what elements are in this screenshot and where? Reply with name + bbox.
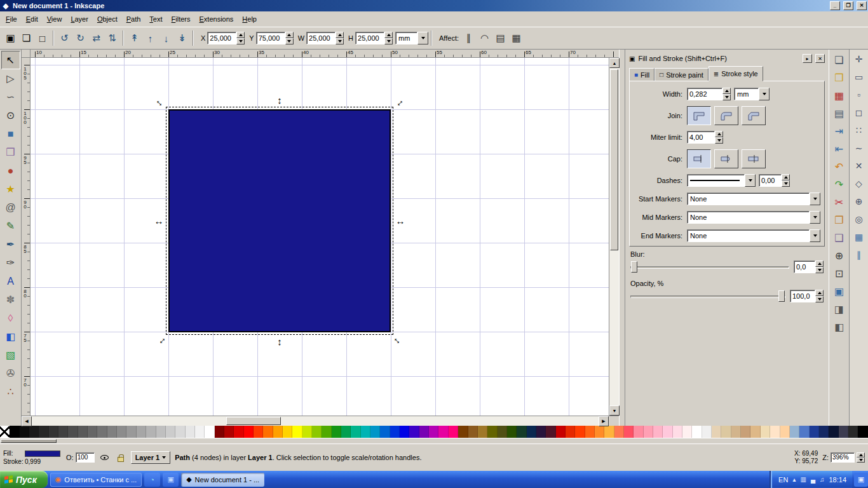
minimize-button[interactable]: _	[830, 1, 840, 10]
dock-resize-gutter[interactable]	[619, 50, 625, 426]
stroke-width-spin[interactable]	[722, 88, 731, 100]
import-icon[interactable]: ⇥	[831, 123, 848, 139]
palette-swatch[interactable]	[332, 426, 341, 438]
palette-swatch[interactable]	[478, 426, 487, 438]
palette-swatch[interactable]	[254, 426, 263, 438]
palette-swatch[interactable]	[156, 426, 166, 438]
blur-slider-thumb[interactable]	[631, 261, 637, 273]
dash-offset-input[interactable]	[759, 174, 782, 187]
affect-pattern-icon[interactable]: ▦	[508, 30, 524, 46]
export-icon[interactable]: ⇤	[831, 140, 848, 157]
x-input[interactable]	[207, 32, 236, 44]
snap-midpoints-icon[interactable]: ⊕	[851, 194, 867, 209]
palette-swatch[interactable]	[770, 426, 780, 438]
horizontal-ruler[interactable]: 10152025303540455055606570	[31, 50, 619, 58]
restore-button[interactable]: ❐	[843, 1, 853, 10]
units-dropdown[interactable]: mm	[395, 32, 428, 44]
palette-swatch[interactable]	[595, 426, 604, 438]
opacity-spin[interactable]	[815, 290, 824, 302]
rotate-ccw-icon[interactable]: ↺	[57, 30, 72, 46]
palette-swatch[interactable]	[653, 426, 663, 438]
clone-icon[interactable]: ◨	[831, 301, 848, 317]
calligraphy-tool[interactable]: ✑	[1, 254, 20, 272]
affect-corners-icon[interactable]: ◠	[477, 30, 492, 46]
palette-scroll-thumb[interactable]	[1, 439, 57, 443]
selection-handle-bottom-right[interactable]: ↔	[390, 331, 406, 347]
text-tool[interactable]: A	[1, 272, 20, 290]
palette-swatch[interactable]	[117, 426, 126, 438]
palette-swatch[interactable]	[819, 426, 829, 438]
deselect-icon[interactable]: □	[34, 30, 50, 46]
palette-swatch[interactable]	[175, 426, 185, 438]
taskbar-mini-button-1[interactable]: ◔	[144, 473, 160, 487]
palette-swatch[interactable]	[702, 426, 712, 438]
flip-horizontal-icon[interactable]: ⇄	[88, 30, 104, 46]
y-spin-buttons[interactable]	[285, 32, 294, 44]
palette-swatch[interactable]	[361, 426, 370, 438]
palette-swatch[interactable]	[799, 426, 809, 438]
palette-swatch[interactable]	[624, 426, 634, 438]
h-spin-buttons[interactable]	[384, 32, 393, 44]
zoom-drawing-icon[interactable]: ⊕	[831, 247, 848, 264]
palette-swatch[interactable]	[614, 426, 624, 438]
snap-bbox-icon[interactable]: ▭	[851, 69, 867, 85]
menu-help[interactable]: Help	[238, 13, 261, 25]
palette-none-swatch[interactable]	[0, 426, 10, 438]
start-markers-dropdown[interactable]: None	[687, 193, 820, 205]
palette-swatch[interactable]	[858, 426, 867, 438]
rectangle-tool[interactable]: ■	[1, 125, 20, 143]
fill-color-swatch[interactable]	[25, 451, 60, 457]
palette-swatch[interactable]	[585, 426, 595, 438]
mid-markers-arrow[interactable]	[810, 211, 820, 224]
snap-guides-icon[interactable]: ∥	[851, 247, 867, 262]
menu-path[interactable]: Path	[122, 13, 146, 25]
redo-icon[interactable]: ↷	[831, 176, 848, 193]
palette-swatch[interactable]	[205, 426, 214, 438]
palette-swatch[interactable]	[429, 426, 438, 438]
snap-enable-icon[interactable]: ✛	[851, 51, 867, 67]
spray-tool[interactable]: ✽	[1, 290, 20, 309]
box3d-tool[interactable]: ❒	[1, 143, 20, 161]
palette-swatch[interactable]	[780, 426, 790, 438]
palette-swatch[interactable]	[761, 426, 770, 438]
print-icon[interactable]: ▤	[831, 105, 848, 121]
zoom-page-icon[interactable]: ⊡	[831, 265, 848, 281]
palette-swatch[interactable]	[224, 426, 234, 438]
palette-swatch[interactable]	[644, 426, 653, 438]
undo-icon[interactable]: ↶	[831, 158, 848, 175]
selection-handle-top[interactable]: ↕	[274, 94, 285, 105]
spiral-tool[interactable]: @	[1, 198, 20, 217]
palette-swatch[interactable]	[546, 426, 555, 438]
layer-selector[interactable]: Layer 1	[131, 451, 171, 464]
palette-swatch[interactable]	[400, 426, 409, 438]
palette-swatch[interactable]	[810, 426, 819, 438]
palette-swatch[interactable]	[566, 426, 575, 438]
copy-icon[interactable]: ❐	[831, 212, 848, 228]
join-miter-button[interactable]	[687, 106, 711, 125]
lower-icon[interactable]: ↓	[158, 30, 174, 46]
taskbar-task-browser[interactable]: ◉ Ответить • Станки с ...	[50, 473, 142, 487]
close-button[interactable]: ✕	[857, 1, 867, 10]
palette-swatch[interactable]	[88, 426, 97, 438]
menu-text[interactable]: Text	[145, 13, 166, 25]
vertical-scroll-thumb[interactable]	[610, 69, 618, 250]
paste-icon[interactable]: ❑	[831, 229, 848, 246]
palette-swatch[interactable]	[634, 426, 643, 438]
palette-swatch[interactable]	[312, 426, 322, 438]
palette-swatch[interactable]	[575, 426, 585, 438]
selected-rectangle[interactable]	[168, 109, 391, 332]
palette-swatch[interactable]	[848, 426, 858, 438]
snap-centers-icon[interactable]: ◎	[851, 212, 867, 227]
stroke-width-input[interactable]	[687, 88, 722, 100]
unlink-clone-icon[interactable]: ◧	[831, 318, 848, 335]
cap-square-button[interactable]	[742, 149, 766, 168]
palette-swatch[interactable]	[458, 426, 468, 438]
palette-swatch[interactable]	[712, 426, 721, 438]
vertical-ruler[interactable]: 105100959085807570	[22, 58, 31, 416]
start-button[interactable]: Пуск	[0, 471, 48, 488]
affect-scale-stroke-icon[interactable]: ∥	[461, 30, 477, 46]
palette-swatch[interactable]	[283, 426, 292, 438]
select-all-layers-icon[interactable]: ❏	[18, 30, 34, 46]
palette-swatch[interactable]	[507, 426, 517, 438]
select-all-icon[interactable]: ▣	[3, 30, 18, 46]
